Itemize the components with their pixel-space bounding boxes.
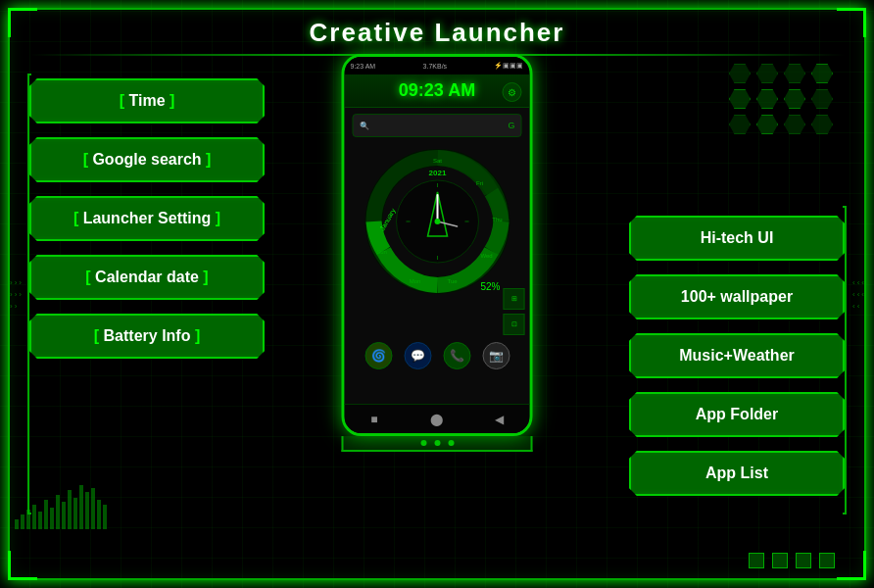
corner-tr [837,8,866,37]
launcher-setting-button[interactable]: Launcher Setting [29,196,265,241]
music-weather-button[interactable]: Music+Weather [629,333,845,378]
phone-status-bar: 9:23 AM 3.7KB/s ⚡▣▣▣ [345,57,530,74]
google-search-button[interactable]: Google search [29,137,265,182]
status-time: 9:23 AM [351,63,376,70]
hex-grid-decoration [729,64,835,136]
base-dot-1 [420,440,426,446]
phone-base [342,436,533,452]
time-button[interactable]: Time [29,78,265,123]
left-arrows-decoration: ››› ››› ›› [10,278,22,311]
mini-app-1[interactable]: ⊞ [504,288,525,310]
calendar-date-button[interactable]: Calendar date [29,255,265,300]
svg-text:2021: 2021 [428,169,446,177]
svg-text:Mon: Mon [409,278,420,284]
svg-text:Sat: Sat [432,158,441,164]
phone-nav-bar: ■ ⬤ ◀ [345,404,530,433]
phone-clock-area: 2021 January Sat Fri Thu Wed Tue Mon Sun [345,143,530,300]
app-icon-camera[interactable]: 📷 [482,342,510,369]
phone-screen: 09:23 AM 🔍 G ⚙ [345,74,530,404]
base-dot-3 [448,440,454,446]
page-title: Creative Launcher [310,18,565,48]
corner-bl [8,551,37,580]
app-icon-message[interactable]: 💬 [404,342,431,369]
phone-time-text: 09:23 AM [399,80,475,100]
dot-4 [819,553,835,568]
app-folder-button[interactable]: App Folder [629,392,845,437]
phone-apps-row: 🌀 💬 📞 📷 [345,342,530,369]
left-panel: Time Google search Launcher Setting Cale… [29,78,265,359]
phone-mini-apps: ⊞ ⊡ [504,288,525,335]
right-panel: Hi-tech UI 100+ wallpaper Music+Weather … [629,216,845,496]
dot-2 [772,553,788,568]
settings-icon[interactable]: ⚙ [503,82,522,102]
battery-percentage: 52% [480,281,500,292]
svg-text:Wed: Wed [480,253,492,259]
app-list-button[interactable]: App List [629,451,845,496]
nav-back[interactable]: ◀ [495,413,504,426]
battery-info-button[interactable]: Battery Info [29,314,265,359]
svg-text:Tue: Tue [447,278,458,284]
svg-point-14 [434,219,440,224]
phone-search-bar[interactable]: 🔍 G [353,114,522,137]
hitech-ui-button[interactable]: Hi-tech UI [629,216,845,261]
app-icon-spiral[interactable]: 🌀 [364,342,392,369]
phone-body: 9:23 AM 3.7KB/s ⚡▣▣▣ 09:23 AM 🔍 G ⚙ [342,54,533,436]
nav-square[interactable]: ■ [370,413,377,426]
search-end-icon: G [508,121,514,130]
bottom-dots-decoration [749,553,835,568]
mini-app-2[interactable]: ⊡ [504,314,525,335]
right-arrows-decoration: ‹‹‹ ‹‹‹ ‹‹ [852,278,864,311]
svg-text:Fri: Fri [476,180,483,186]
nav-circle[interactable]: ⬤ [430,413,443,426]
calendar-clock-svg: 2021 January Sat Fri Thu Wed Tue Mon Sun [364,148,510,295]
search-icon: 🔍 [360,122,369,130]
wallpaper-button[interactable]: 100+ wallpaper [629,274,845,319]
svg-text:Thu: Thu [492,217,502,222]
dot-3 [796,553,811,568]
status-icons: ⚡▣▣▣ [494,62,523,70]
app-icon-phone[interactable]: 📞 [443,342,470,369]
corner-br [837,551,866,580]
status-speed: 3.7KB/s [423,63,448,70]
corner-tl [8,8,37,37]
base-dot-2 [434,440,440,446]
bar-chart-decoration [15,480,107,529]
phone-mockup: 9:23 AM 3.7KB/s ⚡▣▣▣ 09:23 AM 🔍 G ⚙ [342,54,533,452]
svg-text:Sun: Sun [376,249,387,255]
dot-1 [749,553,764,568]
